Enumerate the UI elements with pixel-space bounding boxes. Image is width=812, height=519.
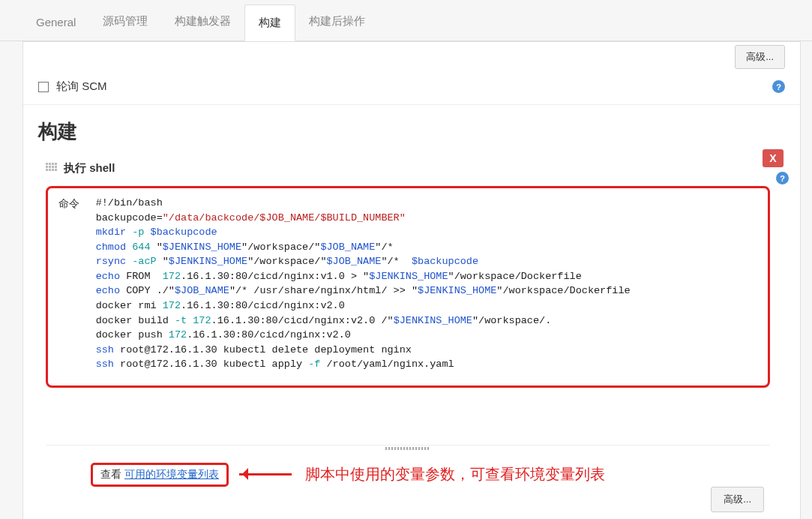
env-vars-link[interactable]: 可用的环境变量列表: [124, 468, 219, 482]
build-step-shell: X ? 执行 shell 命令 #!/bin/bash backupcode="…: [46, 155, 785, 519]
arrow-icon: [239, 473, 292, 476]
env-vars-row: 查看 可用的环境变量列表 脚本中使用的变量参数，可查看环境变量列表: [91, 461, 785, 488]
poll-scm-label: 轮询 SCM: [56, 80, 107, 94]
content-panel: 高级... 轮询 SCM ? 构建 X ? 执行 shell 命令 #!/bin…: [22, 41, 801, 519]
tab-build[interactable]: 构建: [244, 4, 295, 41]
env-highlight-box: 查看 可用的环境变量列表: [91, 463, 229, 487]
tab-general[interactable]: General: [22, 5, 89, 40]
drag-handle-icon[interactable]: [46, 163, 58, 175]
help-icon[interactable]: ?: [772, 80, 785, 93]
delete-step-button[interactable]: X: [763, 149, 784, 167]
help-icon[interactable]: ?: [776, 172, 789, 184]
tab-triggers[interactable]: 构建触发器: [161, 4, 244, 40]
poll-scm-checkbox[interactable]: [38, 82, 49, 92]
tab-scm[interactable]: 源码管理: [89, 4, 161, 40]
section-title-build: 构建: [23, 105, 800, 155]
annotation-note: 脚本中使用的变量参数，可查看环境变量列表: [305, 464, 605, 484]
command-highlight-box: 命令 #!/bin/bash backupcode="/data/backcod…: [46, 186, 770, 388]
tab-post[interactable]: 构建后操作: [295, 4, 379, 40]
resize-handle[interactable]: [46, 445, 770, 452]
env-prefix: 查看: [100, 468, 121, 482]
advanced-button[interactable]: 高级...: [711, 487, 764, 512]
advanced-button-top[interactable]: 高级...: [735, 45, 785, 69]
command-textarea[interactable]: #!/bin/bash backupcode="/data/backcode/$…: [96, 196, 631, 372]
config-tabs: General 源码管理 构建触发器 构建 构建后操作: [0, 0, 812, 41]
poll-scm-row: 轮询 SCM ?: [23, 69, 800, 105]
step-title: 执行 shell: [64, 161, 115, 176]
command-label: 命令: [58, 196, 93, 211]
